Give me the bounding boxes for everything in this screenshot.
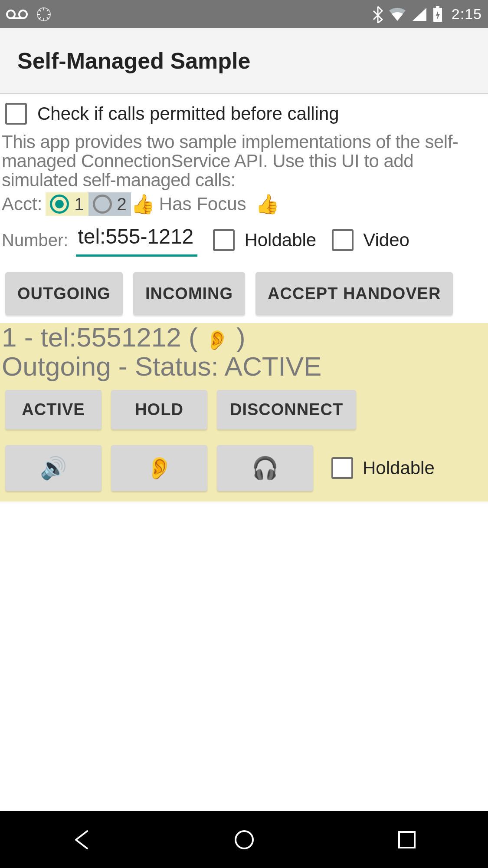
video-checkbox[interactable] xyxy=(332,229,354,251)
call-state-buttons: ACTIVE HOLD DISCONNECT xyxy=(0,381,488,429)
battery-charging-icon xyxy=(432,6,443,23)
number-input[interactable] xyxy=(76,224,197,257)
call-holdable-checkbox-row[interactable]: Holdable xyxy=(331,457,435,479)
audio-route-buttons: 🔊 👂 🎧 Holdable xyxy=(0,429,488,495)
navigation-bar xyxy=(0,811,488,868)
earpiece-button[interactable]: 👂 xyxy=(111,445,207,491)
recents-icon xyxy=(397,830,416,849)
accept-handover-button[interactable]: ACCEPT HANDOVER xyxy=(255,272,453,315)
ear-icon: 👂 xyxy=(205,329,229,350)
account-2-label: 2 xyxy=(117,195,127,214)
space xyxy=(251,194,256,215)
thumb-up-icon: 👍 xyxy=(255,193,279,215)
app-bar: Self-Managed Sample xyxy=(0,28,488,94)
holdable-label: Holdable xyxy=(244,230,316,251)
svg-rect-15 xyxy=(399,832,415,848)
action-button-row: OUTGOING INCOMING ACCEPT HANDOVER xyxy=(0,267,488,323)
speaker-button[interactable]: 🔊 xyxy=(5,445,102,491)
svg-line-9 xyxy=(47,17,49,19)
check-permitted-label: Check if calls permitted before calling xyxy=(37,103,339,124)
description-text: This app provides two sample implementat… xyxy=(0,131,488,190)
holdable-checkbox-row[interactable]: Holdable xyxy=(213,229,316,251)
bluetooth-icon xyxy=(373,6,383,23)
call-info-suffix: ) xyxy=(229,322,246,352)
call-info-line-2: Outgoing - Status: ACTIVE xyxy=(0,352,488,381)
account-row: Acct: 1 2 👍 Has Focus 👍 xyxy=(0,190,488,224)
svg-point-0 xyxy=(7,10,15,18)
active-button[interactable]: ACTIVE xyxy=(5,390,102,429)
svg-rect-13 xyxy=(436,6,439,8)
outgoing-button[interactable]: OUTGOING xyxy=(5,272,123,315)
account-label: Acct: xyxy=(2,194,42,215)
has-focus-label: Has Focus xyxy=(159,194,246,215)
incoming-button[interactable]: INCOMING xyxy=(133,272,245,315)
loading-icon xyxy=(36,7,51,22)
hold-button[interactable]: HOLD xyxy=(111,390,207,429)
svg-point-14 xyxy=(236,831,253,848)
back-icon xyxy=(72,829,91,850)
thumb-up-icon: 👍 xyxy=(131,193,155,215)
svg-line-10 xyxy=(39,17,41,19)
voicemail-icon xyxy=(6,9,28,20)
video-label: Video xyxy=(363,230,409,251)
account-1-label: 1 xyxy=(74,195,84,214)
call-holdable-checkbox[interactable] xyxy=(331,457,353,479)
headphones-button[interactable]: 🎧 xyxy=(217,445,313,491)
holdable-checkbox[interactable] xyxy=(213,229,235,251)
video-checkbox-row[interactable]: Video xyxy=(332,229,409,251)
cell-signal-icon xyxy=(412,7,427,22)
call-info-prefix: 1 - tel:5551212 ( xyxy=(2,322,205,352)
home-icon xyxy=(234,829,255,850)
status-time: 2:15 xyxy=(452,6,482,23)
svg-line-11 xyxy=(47,10,49,11)
radio-unchecked-icon xyxy=(93,195,112,214)
page-title: Self-Managed Sample xyxy=(17,48,250,74)
status-bar: 2:15 xyxy=(0,0,488,28)
account-1-radio[interactable]: 1 xyxy=(46,192,88,216)
back-button[interactable] xyxy=(69,827,95,853)
radio-checked-icon xyxy=(50,195,69,214)
number-label: Number: xyxy=(2,231,68,250)
call-holdable-label: Holdable xyxy=(363,458,435,479)
number-row: Number: Holdable Video xyxy=(0,224,488,267)
svg-point-1 xyxy=(19,10,27,18)
check-permitted-row[interactable]: Check if calls permitted before calling xyxy=(0,94,488,131)
svg-line-8 xyxy=(39,10,41,11)
disconnect-button[interactable]: DISCONNECT xyxy=(217,390,356,429)
call-panel: 1 - tel:5551212 ( 👂 ) Outgoing - Status:… xyxy=(0,323,488,502)
wifi-icon xyxy=(388,7,406,22)
check-permitted-checkbox[interactable] xyxy=(5,103,27,125)
call-info-line-1: 1 - tel:5551212 ( 👂 ) xyxy=(0,323,488,352)
home-button[interactable] xyxy=(231,827,257,853)
recents-button[interactable] xyxy=(394,827,420,853)
account-2-radio[interactable]: 2 xyxy=(88,192,131,216)
